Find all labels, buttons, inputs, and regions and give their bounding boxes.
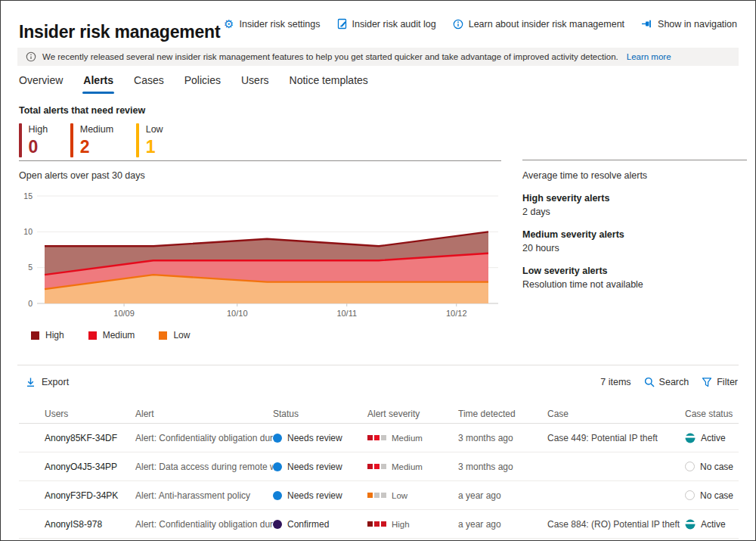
column-header-case-status[interactable]: Case status: [685, 409, 739, 419]
toolbar-divider: [17, 365, 739, 365]
pin-icon: [641, 19, 652, 29]
legend-label: Medium: [103, 330, 135, 340]
insider-risk-management-page: Insider risk management ⚙Insider risk se…: [0, 0, 756, 541]
page-title: Insider risk management: [19, 22, 220, 42]
legend-label: High: [45, 330, 64, 340]
cell-case: Case 449: Potential IP theft: [547, 433, 685, 443]
svg-text:10/11: 10/11: [336, 309, 357, 318]
export-button[interactable]: Export: [26, 377, 69, 387]
left-section-divider: [19, 160, 501, 161]
tab-policies[interactable]: Policies: [184, 74, 221, 94]
stat-label: Medium: [80, 123, 113, 135]
legend-label: Low: [173, 330, 190, 340]
header-actions: ⚙Insider risk settingsInsider risk audit…: [224, 18, 737, 30]
header-action-insider-risk-settings[interactable]: ⚙Insider risk settings: [224, 19, 320, 30]
header-action-label: Show in navigation: [658, 19, 737, 30]
header-action-show-in-navigation[interactable]: Show in navigation: [641, 19, 737, 30]
active-case-icon: [685, 433, 696, 443]
info-icon: [26, 51, 36, 62]
open-alerts-area-chart: 05101510/0910/1010/1110/12: [19, 185, 503, 322]
table-row[interactable]: Anony85KF-34DFAlert: Confidentiality obl…: [19, 424, 739, 452]
tab-users[interactable]: Users: [241, 74, 269, 94]
case-status-label: Active: [701, 519, 726, 530]
resolve-item-low: Low severity alertsResolution time not a…: [522, 266, 748, 290]
toolbar-right: 7 items Search Filter: [600, 377, 738, 387]
stat-label: High: [29, 123, 48, 135]
resolve-value: 2 days: [522, 207, 748, 217]
svg-text:15: 15: [23, 191, 33, 201]
cell-alert: Alert: Confidentiality obligation during…: [135, 433, 273, 443]
severity-label: High: [392, 520, 410, 529]
cell-alert-severity: Medium: [367, 462, 458, 471]
table-row[interactable]: AnonyF3FD-34PKAlert: Anti-harassment pol…: [19, 481, 739, 510]
cell-user: AnonyIS8-978: [45, 519, 135, 530]
stat-medium: Medium2: [70, 123, 113, 157]
status-label: Needs review: [287, 462, 342, 472]
cell-case-status: Active: [685, 433, 739, 443]
resolve-value: 20 hours: [522, 243, 748, 253]
cell-alert-severity: High: [367, 520, 458, 529]
case-status-label: No case: [700, 490, 733, 501]
filter-button[interactable]: Filter: [702, 377, 738, 387]
stat-value: 0: [29, 138, 48, 156]
column-header-users[interactable]: Users: [45, 409, 135, 419]
svg-text:10/09: 10/09: [113, 309, 135, 318]
status-label: Needs review: [287, 433, 342, 443]
resolve-value: Resolution time not available: [522, 279, 748, 290]
search-icon: [644, 377, 655, 387]
search-button[interactable]: Search: [644, 377, 689, 387]
header-action-insider-risk-audit-log[interactable]: Insider risk audit log: [337, 18, 436, 30]
column-header-status[interactable]: Status: [273, 409, 367, 419]
header-action-learn-about-insider-risk-management[interactable]: Learn about insider risk management: [453, 19, 624, 30]
tab-alerts[interactable]: Alerts: [83, 74, 113, 94]
chart-legend: HighMediumLow: [31, 330, 190, 340]
severity-square-icon: [381, 493, 386, 498]
table-row[interactable]: AnonyIS8-978Alert: Confidentiality oblig…: [19, 510, 739, 539]
status-dot-icon: [273, 520, 282, 529]
severity-label: Low: [392, 491, 407, 500]
search-label: Search: [659, 377, 689, 387]
status-label: Needs review: [287, 490, 342, 501]
column-header-alert[interactable]: Alert: [135, 409, 273, 419]
table-row[interactable]: AnonyO4J5-34PPAlert: Data access during …: [19, 452, 739, 481]
legend-swatch: [88, 331, 97, 340]
column-header-alert-severity[interactable]: Alert severity: [367, 409, 458, 419]
cell-time-detected: a year ago: [458, 490, 547, 501]
info-icon: [453, 19, 463, 30]
alert-summary-stats: High0Medium2Low1: [19, 123, 163, 157]
learn-more-link[interactable]: Learn more: [627, 52, 671, 61]
tab-cases[interactable]: Cases: [134, 74, 164, 94]
column-header-time-detected[interactable]: Time detected: [458, 409, 547, 419]
svg-text:0: 0: [28, 299, 33, 308]
summary-title: Total alerts that need review: [19, 105, 145, 116]
cell-alert-severity: Low: [367, 491, 458, 500]
tab-overview[interactable]: Overview: [19, 74, 63, 94]
legend-item-medium: Medium: [88, 330, 135, 340]
resolve-panel-title: Average time to resolve alerts: [522, 170, 748, 181]
cell-status: Needs review: [273, 433, 367, 443]
svg-text:10/10: 10/10: [227, 309, 248, 318]
cell-alert: Alert: Anti-harassment policy: [135, 490, 273, 501]
resolve-label: Low severity alerts: [522, 266, 748, 276]
items-count: 7 items: [600, 377, 631, 387]
clipboard-icon: [337, 18, 347, 30]
cell-status: Confirmed: [273, 519, 367, 530]
no-case-icon: [685, 490, 695, 500]
resolve-item-high: High severity alerts2 days: [522, 193, 748, 217]
severity-square-icon: [381, 521, 386, 527]
cell-user: AnonyO4J5-34PP: [45, 462, 135, 472]
resolve-label: Medium severity alerts: [522, 229, 748, 240]
status-dot-icon: [273, 491, 282, 500]
case-status-label: No case: [700, 462, 733, 472]
column-header-case[interactable]: Case: [547, 409, 685, 419]
banner-text: We recently released several new insider…: [42, 52, 618, 61]
chart-title: Open alerts over past 30 days: [19, 170, 145, 181]
svg-text:10: 10: [23, 227, 33, 236]
right-section-divider: [522, 160, 747, 160]
stat-severity-bar: [19, 123, 22, 157]
average-resolve-panel: Average time to resolve alerts High seve…: [522, 170, 748, 290]
svg-text:5: 5: [28, 263, 33, 272]
gear-icon: ⚙: [224, 19, 234, 30]
cell-time-detected: 3 months ago: [458, 433, 547, 443]
tab-notice-templates[interactable]: Notice templates: [290, 74, 368, 94]
